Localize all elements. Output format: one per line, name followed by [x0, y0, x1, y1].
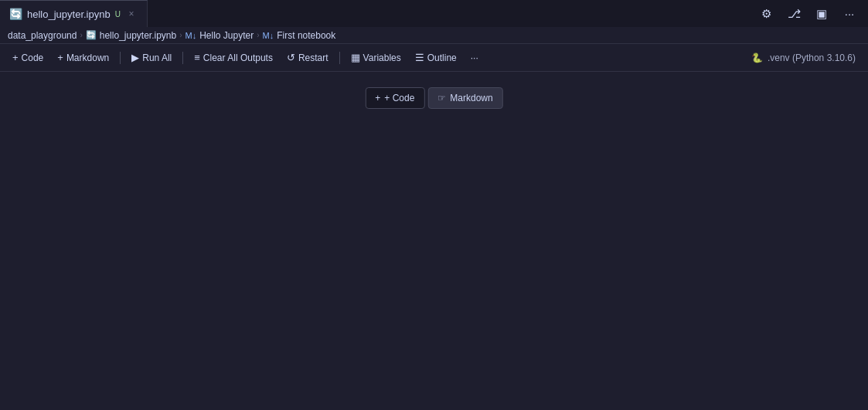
variables-button[interactable]: ▦ Variables	[345, 48, 407, 68]
main-area: + + Code ☞ Markdown	[0, 72, 868, 410]
variables-icon: ▦	[351, 52, 360, 63]
add-icon: +	[12, 52, 19, 63]
tab-dirty-indicator: U	[115, 10, 121, 19]
more-actions-icon-button[interactable]: ···	[839, 3, 860, 25]
restart-icon: ↺	[287, 52, 295, 63]
more-toolbar-button[interactable]: ···	[465, 48, 485, 68]
run-all-button[interactable]: ▶ Run All	[125, 48, 178, 68]
more-toolbar-label: ···	[471, 53, 478, 63]
file-icon: 🔄	[9, 8, 22, 20]
tab-label: hello_jupyter.ipynb	[27, 8, 111, 20]
kernel-label: .venv (Python 3.10.6)	[768, 53, 856, 63]
kernel-icon: 🐍	[751, 53, 763, 63]
breadcrumb-file-icon: 🔄	[86, 30, 97, 40]
toolbar-separator-2	[182, 52, 183, 64]
restart-button[interactable]: ↺ Restart	[281, 48, 335, 68]
breadcrumb-sep-1: ›	[80, 31, 82, 39]
breadcrumb: data_playground › 🔄 hello_jupyter.ipynb …	[0, 27, 868, 44]
floating-code-icon: +	[375, 93, 380, 103]
variables-label: Variables	[363, 53, 401, 63]
floating-code-label: + Code	[384, 93, 414, 103]
breadcrumb-file[interactable]: hello_jupyter.ipynb	[100, 30, 176, 41]
toolbar-separator-3	[339, 52, 340, 64]
floating-cell-buttons: + + Code ☞ Markdown	[365, 87, 502, 109]
restart-label: Restart	[298, 53, 328, 63]
breadcrumb-root[interactable]: data_playground	[8, 30, 77, 41]
clear-all-outputs-button[interactable]: ≡ Clear All Outputs	[188, 48, 279, 68]
outline-icon: ☰	[415, 52, 424, 63]
tab-bar: 🔄 hello_jupyter.ipynb U × ⚙ ⎇ ▣ ···	[0, 0, 868, 27]
kernel-info-button[interactable]: 🐍 .venv (Python 3.10.6)	[745, 50, 862, 66]
add-markdown-label: Markdown	[66, 53, 109, 63]
markdown-icon: +	[57, 52, 63, 63]
outline-button[interactable]: ☰ Outline	[409, 48, 463, 68]
tab-close-button[interactable]: ×	[125, 8, 138, 20]
outline-label: Outline	[427, 53, 457, 63]
floating-markdown-button[interactable]: ☞ Markdown	[427, 87, 502, 109]
tab-item[interactable]: 🔄 hello_jupyter.ipynb U ×	[0, 0, 148, 27]
settings-icon-button[interactable]: ⚙	[755, 3, 777, 25]
breadcrumb-sep-2: ›	[179, 31, 182, 39]
run-all-icon: ▶	[131, 52, 139, 63]
toolbar: + Code + Markdown ▶ Run All ≡ Clear All …	[0, 44, 868, 72]
floating-code-button[interactable]: + + Code	[365, 87, 424, 109]
top-right-icons: ⚙ ⎇ ▣ ···	[755, 3, 868, 25]
breadcrumb-md-icon-2: M↓	[263, 31, 274, 40]
clear-all-label: Clear All Outputs	[203, 53, 273, 63]
add-code-label: Code	[22, 53, 44, 63]
run-all-label: Run All	[142, 53, 172, 63]
clear-icon: ≡	[194, 52, 200, 63]
breadcrumb-sep-3: ›	[257, 31, 259, 39]
floating-markdown-cursor-icon: ☞	[437, 93, 446, 103]
layout-icon-button[interactable]: ▣	[811, 3, 832, 25]
toolbar-separator-1	[120, 52, 121, 64]
floating-markdown-label: Markdown	[450, 93, 492, 103]
breadcrumb-md-icon-1: M↓	[186, 31, 197, 40]
source-control-icon-button[interactable]: ⎇	[783, 3, 805, 25]
add-markdown-button[interactable]: + Markdown	[51, 48, 115, 68]
breadcrumb-section1[interactable]: Hello Jupyter	[199, 30, 254, 41]
breadcrumb-section2[interactable]: First notebook	[277, 30, 335, 41]
add-code-button[interactable]: + Code	[6, 48, 49, 68]
